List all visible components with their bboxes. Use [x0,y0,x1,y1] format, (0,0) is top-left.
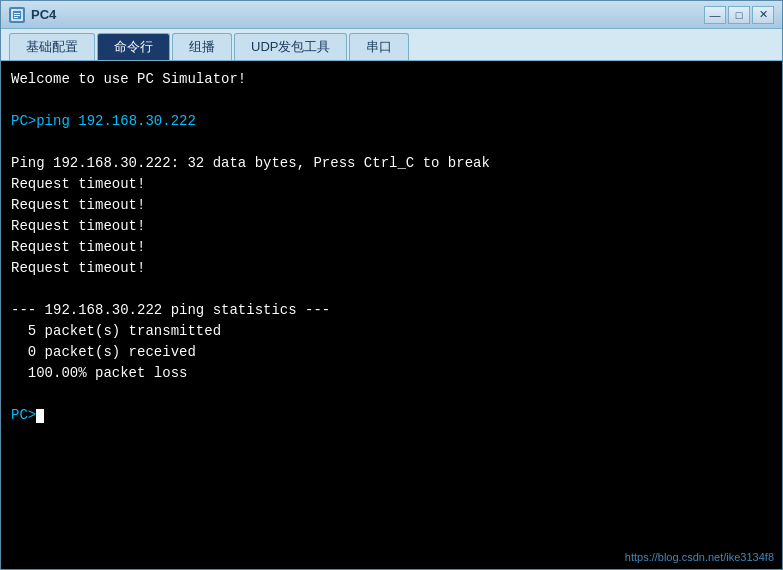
watermark: https://blog.csdn.net/ike3134f8 [625,551,774,563]
tab-basic[interactable]: 基础配置 [9,33,95,60]
window-controls: — □ ✕ [704,6,774,24]
timeout-4: Request timeout! [11,239,145,255]
minimize-button[interactable]: — [704,6,726,24]
ping-header: Ping 192.168.30.222: 32 data bytes, Pres… [11,155,490,171]
tab-serial[interactable]: 串口 [349,33,409,60]
stats-transmitted: 5 packet(s) transmitted [11,323,221,339]
maximize-button[interactable]: □ [728,6,750,24]
stats-loss: 100.00% packet loss [11,365,187,381]
svg-rect-1 [14,13,20,14]
timeout-2: Request timeout! [11,197,145,213]
tab-cmd[interactable]: 命令行 [97,33,170,60]
tab-group[interactable]: 组播 [172,33,232,60]
timeout-5: Request timeout! [11,260,145,276]
svg-rect-3 [14,17,18,18]
close-button[interactable]: ✕ [752,6,774,24]
timeout-3: Request timeout! [11,218,145,234]
cmd-prompt-1: PC> [11,113,36,129]
terminal-area[interactable]: Welcome to use PC Simulator! PC>ping 192… [1,61,782,569]
main-window: PC4 — □ ✕ 基础配置 命令行 组播 UDP发包工具 串口 Welcome… [0,0,783,570]
stats-header: --- 192.168.30.222 ping statistics --- [11,302,330,318]
cursor [36,409,44,423]
svg-rect-2 [14,15,20,16]
timeout-1: Request timeout! [11,176,145,192]
window-title: PC4 [31,7,704,22]
final-prompt: PC> [11,407,36,423]
terminal-content: Welcome to use PC Simulator! PC>ping 192… [11,69,772,426]
ping-command: ping 192.168.30.222 [36,113,196,129]
window-icon [9,7,25,23]
welcome-text: Welcome to use PC Simulator! [11,71,246,87]
title-bar: PC4 — □ ✕ [1,1,782,29]
tab-udp[interactable]: UDP发包工具 [234,33,347,60]
tabs-bar: 基础配置 命令行 组播 UDP发包工具 串口 [1,29,782,61]
stats-received: 0 packet(s) received [11,344,196,360]
